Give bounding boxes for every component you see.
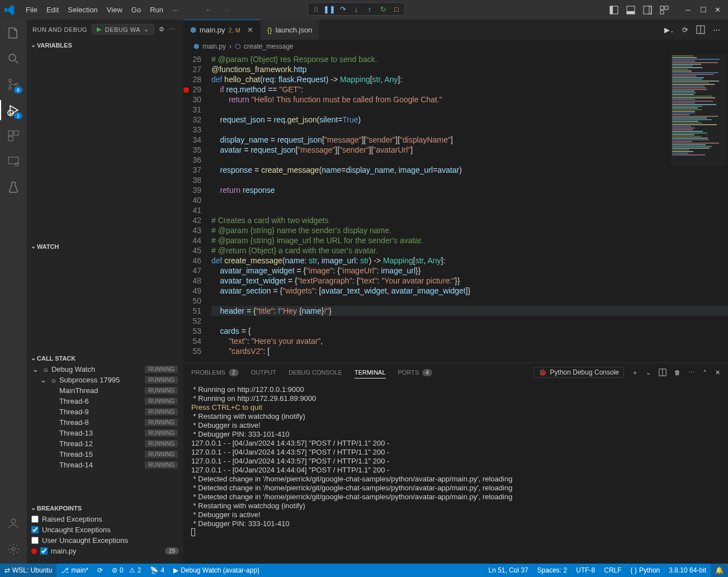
ports-status[interactable]: 📡4 bbox=[145, 566, 169, 574]
code-editor[interactable]: # @param {Object} res Response to send b… bbox=[211, 53, 728, 362]
callstack-status: RUNNING bbox=[145, 376, 178, 384]
breadcrumb[interactable]: ⬢ main.py › ⬡ create_message bbox=[183, 40, 728, 53]
run-debug-icon[interactable]: 1 bbox=[7, 103, 20, 117]
callstack-item[interactable]: MainThreadRUNNING bbox=[27, 385, 183, 396]
callstack-item[interactable]: Thread-13RUNNING bbox=[27, 428, 183, 438]
minimap[interactable] bbox=[671, 54, 727, 166]
problems-status[interactable]: ⊘0⚠2 bbox=[107, 566, 145, 574]
menu-selection[interactable]: Selection bbox=[63, 3, 102, 16]
explorer-icon[interactable] bbox=[7, 26, 20, 40]
search-icon[interactable] bbox=[7, 52, 20, 65]
variables-section-header[interactable]: ⌄Variables bbox=[27, 39, 183, 51]
step-over-icon[interactable]: ↷ bbox=[338, 4, 347, 13]
new-terminal-icon[interactable]: ＋ bbox=[632, 368, 638, 377]
nav-forward-icon[interactable]: → bbox=[223, 6, 230, 14]
callstack-item[interactable]: Thread-15RUNNING bbox=[27, 449, 183, 460]
tab-debug-console[interactable]: Debug Console bbox=[289, 367, 342, 378]
menu-[interactable]: ··· bbox=[168, 3, 183, 16]
breakpoint-checkbox[interactable] bbox=[31, 515, 39, 523]
layout-panel-right-icon[interactable] bbox=[643, 6, 652, 15]
callstack-section-header[interactable]: ⌄Call Stack bbox=[27, 352, 183, 364]
run-play-icon[interactable]: ▶⌄ bbox=[664, 26, 674, 34]
layout-panel-bottom-icon[interactable] bbox=[626, 6, 635, 15]
menu-go[interactable]: Go bbox=[127, 3, 145, 16]
breakpoint-item[interactable]: User Uncaught Exceptions bbox=[27, 535, 183, 546]
restart-icon[interactable]: ↻ bbox=[379, 4, 387, 13]
cursor-position[interactable]: Ln 51, Col 37 bbox=[484, 564, 532, 577]
watch-section-header[interactable]: ⌄Watch bbox=[27, 240, 183, 252]
step-into-icon[interactable]: ↓ bbox=[352, 4, 361, 13]
callstack-item[interactable]: Thread-12RUNNING bbox=[27, 438, 183, 449]
notifications-icon[interactable]: 🔔 bbox=[711, 564, 728, 577]
menu-view[interactable]: View bbox=[102, 3, 127, 16]
terminal[interactable]: * Running on http://127.0.0.1:9000 * Run… bbox=[183, 382, 728, 564]
settings-gear-icon[interactable] bbox=[7, 542, 20, 556]
breakpoint-checkbox[interactable] bbox=[31, 526, 39, 533]
chevron-down-icon: ⌄ bbox=[29, 41, 37, 49]
step-out-icon[interactable]: ↑ bbox=[365, 4, 374, 13]
layout-panel-left-icon[interactable] bbox=[609, 6, 618, 15]
layout-customize-icon[interactable] bbox=[660, 6, 669, 15]
drag-handle-icon[interactable]: ⁞⁞ bbox=[311, 4, 320, 13]
svg-rect-3 bbox=[627, 11, 635, 14]
more-actions-icon[interactable]: ⋯ bbox=[713, 26, 720, 34]
callstack-item[interactable]: Thread-6RUNNING bbox=[27, 396, 183, 406]
callstack-item[interactable]: Thread-14RUNNING bbox=[27, 460, 183, 470]
tab-terminal[interactable]: Terminal bbox=[354, 367, 386, 379]
callstack-status: RUNNING bbox=[145, 440, 178, 447]
callstack-item[interactable]: ⌄☼Debug WatchRUNNING bbox=[27, 364, 183, 375]
split-terminal-icon[interactable] bbox=[659, 368, 666, 376]
terminal-dropdown-icon[interactable]: ⌄ bbox=[646, 369, 651, 376]
menu-edit[interactable]: Edit bbox=[42, 3, 63, 16]
line-gutter[interactable]: 2627282930313233343536373839404142434445… bbox=[183, 53, 211, 362]
menu-run[interactable]: Run bbox=[145, 3, 168, 16]
tab-problems[interactable]: Problems2 bbox=[191, 367, 239, 379]
close-icon[interactable]: ✕ bbox=[715, 6, 724, 15]
maximize-icon[interactable]: ☐ bbox=[700, 6, 709, 15]
editor-tab[interactable]: {}launch.json bbox=[261, 20, 319, 40]
breakpoint-file-item[interactable]: main.py29 bbox=[27, 546, 183, 556]
tab-output[interactable]: Output bbox=[251, 367, 276, 378]
breakpoints-section-header[interactable]: ⌄Breakpoints bbox=[27, 502, 183, 514]
menu-file[interactable]: File bbox=[21, 3, 42, 16]
split-editor-icon[interactable] bbox=[696, 25, 705, 34]
maximize-panel-icon[interactable]: ⌃ bbox=[702, 369, 707, 376]
debug-config-selector[interactable]: ▶ Debug Wa ⌄ bbox=[92, 24, 154, 35]
eol-indicator[interactable]: CRLF bbox=[599, 564, 626, 577]
tab-ports[interactable]: Ports4 bbox=[398, 367, 432, 379]
callstack-item[interactable]: ⌄☼Subprocess 17995RUNNING bbox=[27, 375, 183, 385]
breakpoint-item[interactable]: Raised Exceptions bbox=[27, 514, 183, 524]
terminal-selector[interactable]: 🐞Python Debug Console bbox=[533, 367, 624, 378]
kill-terminal-icon[interactable]: 🗑 bbox=[674, 369, 680, 376]
tab-close-icon[interactable]: ✕ bbox=[247, 26, 253, 34]
close-panel-icon[interactable]: ✕ bbox=[715, 369, 720, 376]
callstack-item[interactable]: Thread-8RUNNING bbox=[27, 417, 183, 428]
more-icon[interactable]: ⋯ bbox=[169, 26, 176, 33]
testing-icon[interactable] bbox=[7, 181, 20, 194]
source-control-icon[interactable]: 6 bbox=[7, 78, 20, 91]
remote-explorer-icon[interactable] bbox=[7, 155, 20, 168]
sync-icon[interactable]: ⟳ bbox=[93, 566, 107, 574]
stop-icon[interactable]: □ bbox=[392, 4, 401, 13]
nav-back-icon[interactable]: ← bbox=[205, 6, 212, 14]
breakpoint-checkbox[interactable] bbox=[40, 547, 48, 555]
callstack-item[interactable]: Thread-9RUNNING bbox=[27, 406, 183, 417]
accounts-icon[interactable] bbox=[7, 517, 20, 530]
debug-alt-icon[interactable]: ⟳ bbox=[682, 26, 688, 34]
minimize-icon[interactable]: ─ bbox=[686, 6, 694, 15]
editor-tab[interactable]: ⬢main.py2, M✕ bbox=[183, 20, 261, 40]
extensions-icon[interactable] bbox=[7, 129, 20, 143]
remote-indicator[interactable]: ⇄WSL: Ubuntu bbox=[0, 564, 56, 577]
debug-status[interactable]: ▶Debug Watch (avatar-app) bbox=[169, 566, 264, 574]
debug-settings-gear-icon[interactable]: ⚙ bbox=[159, 26, 165, 33]
more-icon[interactable]: ⋯ bbox=[688, 369, 694, 376]
python-interpreter[interactable]: 3.8.10 64-bit bbox=[664, 564, 711, 577]
pause-icon[interactable]: ❚❚ bbox=[325, 4, 334, 13]
vscode-logo-icon bbox=[4, 5, 15, 15]
spaces-indicator[interactable]: Spaces: 2 bbox=[533, 564, 571, 577]
breakpoint-checkbox[interactable] bbox=[31, 537, 39, 544]
language-mode[interactable]: { }Python bbox=[626, 564, 665, 577]
encoding-indicator[interactable]: UTF-8 bbox=[571, 564, 599, 577]
breakpoint-item[interactable]: Uncaught Exceptions bbox=[27, 524, 183, 535]
git-branch[interactable]: ⎇main* bbox=[56, 566, 93, 574]
